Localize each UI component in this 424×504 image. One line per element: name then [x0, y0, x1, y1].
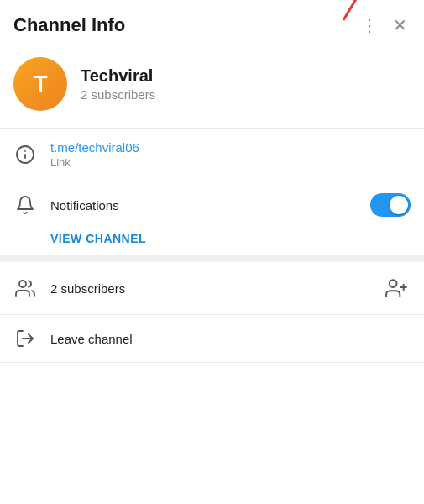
channel-name: Techviral: [81, 66, 155, 86]
link-row: t.me/techviral06 Link: [0, 129, 424, 181]
add-user-container: [382, 274, 411, 302]
notifications-content: Notifications: [50, 198, 357, 213]
thick-divider: [0, 255, 424, 262]
notifications-label: Notifications: [50, 198, 357, 213]
avatar-letter: T: [33, 71, 47, 97]
divider-4: [0, 362, 424, 363]
leave-icon: [13, 327, 37, 350]
profile-info: Techviral 2 subscribers: [81, 66, 155, 102]
add-user-button[interactable]: [382, 274, 411, 302]
leave-content: Leave channel: [50, 332, 411, 346]
page-title: Channel Info: [13, 14, 125, 36]
subscribers-content: 2 subscribers: [50, 281, 369, 296]
svg-point-5: [19, 281, 26, 287]
more-icon: ⋮: [361, 15, 378, 35]
subscriber-count: 2 subscribers: [81, 87, 155, 102]
more-options-button[interactable]: ⋮: [358, 12, 381, 39]
leave-row[interactable]: Leave channel: [0, 315, 424, 362]
notifications-row: Notifications: [0, 181, 424, 228]
toggle-container: [370, 193, 411, 217]
channel-link[interactable]: t.me/techviral06: [50, 140, 411, 155]
header: Channel Info ⋮ ✕: [0, 0, 424, 47]
notifications-toggle[interactable]: [370, 193, 411, 217]
info-icon: [13, 143, 37, 166]
leave-label: Leave channel: [50, 332, 411, 346]
subscribers-icon: [13, 276, 37, 300]
header-actions: ⋮ ✕: [358, 12, 411, 39]
bell-icon: [13, 193, 37, 217]
subscribers-label: 2 subscribers: [50, 281, 369, 296]
link-label: Link: [50, 156, 411, 169]
svg-point-6: [390, 280, 397, 287]
link-content: t.me/techviral06 Link: [50, 140, 411, 169]
profile-section: T Techviral 2 subscribers: [0, 47, 424, 128]
avatar: T: [13, 57, 67, 111]
close-icon: ✕: [393, 15, 407, 35]
close-button[interactable]: ✕: [390, 12, 411, 39]
toggle-knob: [390, 196, 408, 214]
subscribers-row: 2 subscribers: [0, 262, 424, 314]
view-channel-button[interactable]: VIEW CHANNEL: [0, 228, 424, 255]
